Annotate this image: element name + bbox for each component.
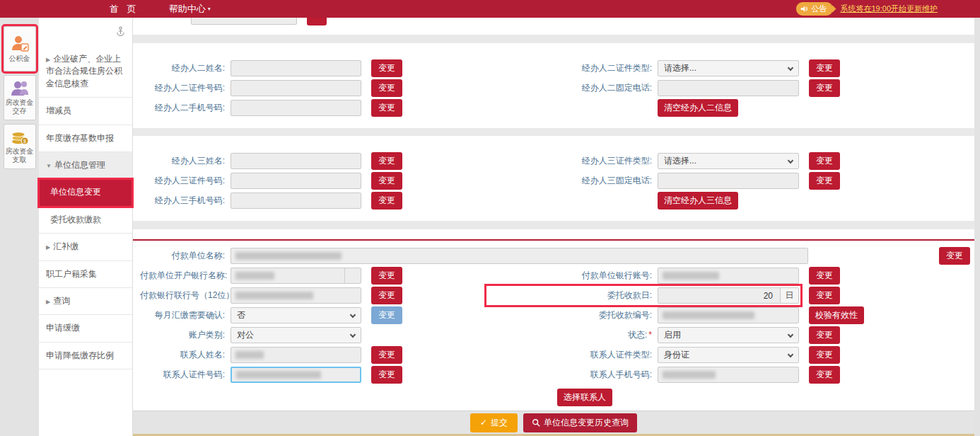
agent2-id-input[interactable] [231, 80, 361, 96]
sidebar-item-remittance[interactable]: ▶汇补缴 [39, 234, 132, 260]
change-button[interactable]: 变更 [371, 287, 402, 304]
account-type-label: 账户类别: [140, 329, 231, 341]
sidebar-item-staff-household-collect[interactable]: 职工户籍采集 [39, 261, 132, 288]
sidebar-item-entrusted-collection[interactable]: 委托收款缴款 [39, 207, 132, 234]
bank-account-input[interactable] [658, 268, 799, 284]
rail-item-gongjijin[interactable]: 公积金 [4, 26, 36, 71]
change-button[interactable]: 变更 [371, 99, 402, 117]
change-button[interactable]: 变更 [371, 79, 402, 97]
contact-phone-label: 联系人手机号码: [488, 369, 658, 381]
change-button[interactable]: 变更 [809, 59, 840, 77]
sidebar-item-add-remove-staff[interactable]: 增减员 [39, 98, 132, 125]
sidebar-item-query[interactable]: ▶查询 [39, 288, 132, 315]
module-icon-rail: 公积金 房改资金交存 $ 房改资金支取 [0, 18, 39, 436]
sidebar-item-apply-lower-ratio[interactable]: 申请降低缴存比例 [39, 343, 132, 369]
sidebar-item-enterprise-check[interactable]: ▶企业破产、企业上市合法合规住房公积金信息核查 [39, 46, 132, 98]
monthly-confirm-select[interactable]: 否 [231, 307, 361, 323]
agent3-mobile-input[interactable] [231, 193, 361, 209]
sidebar-group-unit-info-mgmt[interactable]: ▼单位信息管理 [39, 152, 132, 179]
check-icon: ✓ [480, 418, 487, 428]
contact-phone-input[interactable] [658, 367, 799, 383]
change-button[interactable]: 变更 [371, 59, 402, 77]
svg-text:$: $ [23, 139, 26, 144]
clear-agent2-button[interactable]: 清空经办人二信息 [658, 99, 738, 117]
validate-button[interactable]: 校验有效性 [809, 306, 864, 324]
change-button[interactable]: 变更 [809, 366, 840, 384]
sidebar-item-label: 职工户籍采集 [46, 269, 97, 279]
change-button[interactable]: 变更 [371, 366, 402, 384]
bank-name-input[interactable] [231, 268, 361, 284]
payer-name-label: 付款单位名称: [140, 250, 231, 262]
change-button[interactable]: 变更 [809, 267, 840, 285]
sidebar-item-label: 年度缴存基数申报 [46, 133, 114, 143]
bank-name-label: 付款单位开户银行名称: [140, 270, 231, 282]
status-select[interactable]: 启用 [658, 327, 799, 343]
change-button[interactable]: 变更 [939, 247, 970, 265]
redacted-value [235, 252, 342, 260]
change-button[interactable]: 变更 [371, 346, 402, 364]
change-button[interactable]: 变更 [809, 346, 840, 364]
contact-cert-type-select[interactable]: 身份证 [658, 347, 799, 363]
select-contact-button[interactable]: 选择联系人 [557, 389, 612, 406]
agent3-tel-input[interactable] [658, 173, 799, 189]
nav-home[interactable]: 首 页 [110, 3, 139, 16]
change-button[interactable]: 变更 [809, 152, 840, 170]
anchor-icon[interactable] [116, 26, 125, 36]
select-value: 请选择... [664, 62, 696, 74]
collect-no-input[interactable] [658, 307, 799, 323]
agent3-name-input[interactable] [231, 153, 361, 169]
chevron-down-icon [788, 158, 793, 164]
agent2-name-input[interactable] [231, 60, 361, 76]
agent3-id-input[interactable] [231, 173, 361, 189]
change-button[interactable]: 变更 [371, 192, 402, 210]
clear-agent3-button[interactable]: 清空经办人三信息 [658, 192, 738, 210]
select-value: 身份证 [664, 349, 689, 361]
notice-badge-label: 公告 [811, 4, 827, 14]
change-button[interactable]: 变更 [809, 172, 840, 190]
rail-item-label: 公积金 [9, 54, 30, 63]
monthly-confirm-label: 每月汇缴需要确认: [140, 309, 231, 321]
redacted-value [663, 371, 716, 379]
collect-day-input[interactable]: 20 [658, 287, 781, 304]
contact-id-input[interactable] [231, 367, 361, 383]
collapsed-arrow-icon: ▶ [46, 299, 50, 305]
sidebar-item-label: 单位信息管理 [54, 160, 105, 170]
sidebar-item-annual-base-declare[interactable]: 年度缴存基数申报 [39, 125, 132, 152]
notice-badge: 公告 [796, 2, 833, 16]
contact-name-input[interactable] [231, 347, 361, 363]
sidebar-item-label: 企业破产、企业上市合法合规住房公积金信息核查 [46, 54, 122, 88]
maintenance-notice-link[interactable]: 系统将在19:00开始更新维护 [840, 4, 938, 14]
submit-button[interactable]: ✓ 提交 [470, 413, 518, 432]
change-button[interactable]: 变更 [809, 79, 840, 97]
change-button[interactable]: 变更 [809, 326, 840, 344]
bank-code-input[interactable] [231, 287, 361, 304]
search-icon [532, 418, 540, 427]
speaker-icon [800, 5, 808, 13]
sidebar-item-label: 查询 [53, 296, 70, 306]
change-button[interactable]: 变更 [809, 287, 840, 304]
required-star: * [648, 330, 652, 340]
change-button[interactable]: 变更 [371, 172, 402, 190]
history-query-button[interactable]: 单位信息变更历史查询 [523, 413, 637, 432]
nav-help-label: 帮助中心 [169, 3, 206, 16]
rail-item-fanggai-jiaocun[interactable]: 房改资金交存 [4, 75, 36, 120]
agent2-cert-type-select[interactable]: 请选择... [658, 60, 799, 76]
select-value: 请选择... [664, 155, 696, 167]
coins-icon: $ [11, 129, 29, 146]
change-button[interactable]: 变更 [371, 152, 402, 170]
nav-help-center[interactable]: 帮助中心 ▾ [169, 3, 211, 16]
change-button[interactable]: 变更 [371, 267, 402, 285]
sidebar-item-label: 单位信息变更 [50, 187, 101, 197]
payer-name-input[interactable] [231, 248, 808, 264]
change-button-disabled[interactable]: 变更 [371, 306, 402, 324]
agent2-mobile-input[interactable] [231, 100, 361, 116]
sidebar-item-apply-deferral[interactable]: 申请缓缴 [39, 315, 132, 342]
sidebar-item-label: 申请降低缴存比例 [46, 350, 114, 360]
account-type-select[interactable]: 对公 [231, 327, 361, 343]
agent3-cert-type-select[interactable]: 请选择... [658, 153, 799, 169]
sidebar-item-unit-info-change[interactable]: 单位信息变更 [39, 179, 132, 206]
rail-item-fanggai-zhiqu[interactable]: $ 房改资金支取 [4, 124, 36, 169]
agent2-tel-input[interactable] [658, 80, 799, 96]
sidebar-item-label: 委托收款缴款 [50, 214, 101, 224]
chevron-down-icon [788, 64, 793, 70]
